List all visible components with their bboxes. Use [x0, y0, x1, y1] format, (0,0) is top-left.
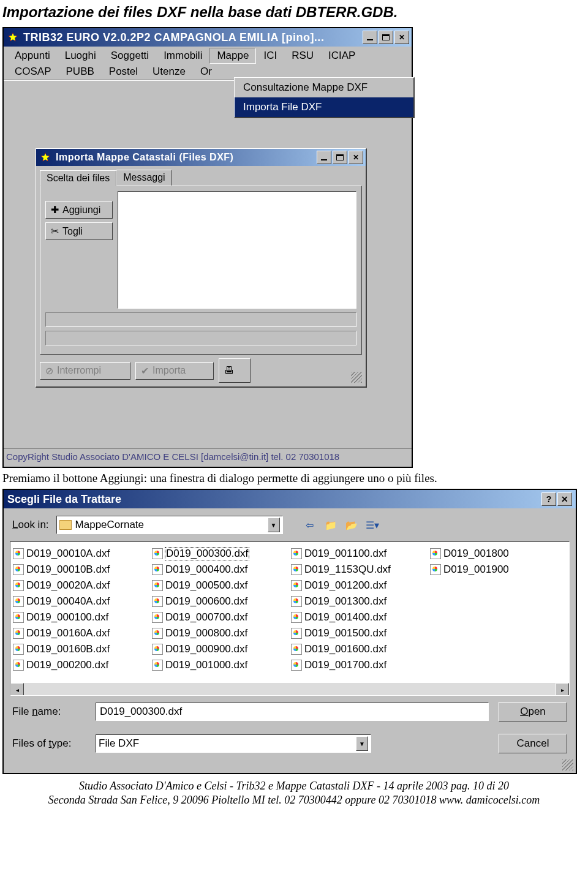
menu-postel[interactable]: Postel	[102, 64, 145, 80]
import-title: Importa Mappe Catastali (Files DXF)	[56, 152, 317, 163]
file-item[interactable]: D019_000100.dxf	[13, 609, 149, 625]
file-item[interactable]	[430, 625, 567, 641]
menu-utenze[interactable]: Utenze	[145, 64, 193, 80]
import-minimize-button[interactable]	[317, 151, 331, 164]
instruction-text: Premiamo il bottone Aggiungi: una finest…	[0, 468, 588, 489]
menu-or[interactable]: Or	[193, 64, 219, 80]
maximize-button[interactable]	[379, 31, 393, 44]
aggiungi-label: Aggiungi	[62, 205, 100, 216]
filetype-combo[interactable]: File DXF ▼	[96, 734, 371, 753]
file-item[interactable]: D019_001700.dxf	[291, 657, 428, 673]
resize-grip[interactable]	[351, 372, 362, 383]
tab-scelta-files[interactable]: Scelta dei files	[40, 170, 116, 186]
file-item[interactable]: D019_000400.dxf	[152, 562, 288, 578]
file-item[interactable]: D019_000900.dxf	[152, 641, 288, 657]
horizontal-scrollbar[interactable]: ◂ ▸	[10, 683, 569, 695]
interrompi-label: Interrompi	[57, 365, 101, 376]
toolbar-icons: ⇦ 📁 📂 ☰▾	[303, 518, 380, 532]
file-item[interactable]	[430, 578, 567, 593]
file-item-label: D019_000200.dxf	[26, 659, 108, 671]
minimize-button[interactable]	[363, 31, 377, 44]
file-item[interactable]: D019_00010A.dxf	[13, 546, 149, 562]
file-item[interactable]: D019_00040A.dxf	[13, 593, 149, 609]
aggiungi-button[interactable]: ✚ Aggiungi	[45, 201, 113, 219]
file-item-label: D019_00160B.dxf	[26, 643, 110, 655]
app-title: TRIB32 EURO V2.0.2P2 CAMPAGNOLA EMILIA […	[23, 31, 363, 44]
file-item[interactable]: D019_00010B.dxf	[13, 562, 149, 578]
file-item-label: D019_001000.dxf	[165, 659, 247, 671]
file-item[interactable]: D019_001100.dxf	[291, 546, 428, 562]
help-button[interactable]: ?	[541, 492, 556, 506]
scroll-left-button[interactable]: ◂	[10, 683, 24, 696]
dxf-file-icon	[13, 596, 24, 607]
file-item[interactable]: D019_000300.dxf	[152, 546, 288, 562]
file-item[interactable]: D019_001800	[430, 546, 567, 562]
app-window: TRIB32 EURO V2.0.2P2 CAMPAGNOLA EMILIA […	[2, 27, 413, 468]
file-item-label: D019_001700.dxf	[304, 659, 386, 671]
file-item[interactable]	[430, 593, 567, 609]
menu-iciap[interactable]: ICIAP	[321, 48, 363, 64]
file-item[interactable]: D019_000700.dxf	[152, 609, 288, 625]
file-item[interactable]: D019_001400.dxf	[291, 609, 428, 625]
file-item[interactable]: D019_00160B.dxf	[13, 641, 149, 657]
filetype-row: Files of type: File DXF ▼ Cancel	[4, 728, 576, 759]
dialog-close-button[interactable]: ✕	[557, 492, 572, 506]
menu-luoghi[interactable]: Luoghi	[58, 48, 104, 64]
import-close-button[interactable]	[349, 151, 363, 164]
dxf-file-icon	[291, 644, 302, 655]
file-item[interactable]: D019_1153QU.dxf	[291, 562, 428, 578]
dxf-file-icon	[291, 580, 302, 591]
file-item[interactable]: D019_000200.dxf	[13, 657, 149, 673]
menu-appunti[interactable]: Appunti	[7, 48, 58, 64]
file-item-label: D019_001200.dxf	[304, 579, 386, 592]
back-icon[interactable]: ⇦	[303, 518, 317, 532]
chevron-down-icon[interactable]: ▼	[268, 518, 280, 532]
dropdown-consultazione[interactable]: Consultazione Mappe DXF	[235, 78, 413, 97]
file-item[interactable]: D019_000800.dxf	[152, 625, 288, 641]
open-button[interactable]: Open	[499, 702, 567, 722]
import-maximize-button[interactable]	[333, 151, 347, 164]
file-item[interactable]	[430, 657, 567, 673]
menu-pubb[interactable]: PUBB	[59, 64, 102, 80]
file-item[interactable]: D019_001900	[430, 562, 567, 578]
print-button[interactable]: 🖶	[219, 358, 251, 383]
filename-input[interactable]: D019_000300.dxf	[96, 703, 489, 721]
togli-button[interactable]: ✂ Togli	[45, 222, 113, 240]
close-button[interactable]	[394, 31, 409, 44]
file-item[interactable]: D019_001000.dxf	[152, 657, 288, 673]
new-folder-icon[interactable]: 📂	[344, 518, 359, 532]
dxf-file-icon	[291, 628, 302, 639]
scroll-right-button[interactable]: ▸	[556, 683, 569, 696]
views-icon[interactable]: ☰▾	[365, 518, 380, 532]
dialog-resize-grip[interactable]	[562, 759, 573, 771]
file-item[interactable]: D019_00160A.dxf	[13, 625, 149, 641]
file-item[interactable]: D019_000500.dxf	[152, 578, 288, 593]
file-list[interactable]: D019_00010A.dxfD019_000300.dxfD019_00110…	[10, 541, 570, 696]
tab-messaggi[interactable]: Messaggi	[116, 170, 172, 186]
menu-rsu[interactable]: RSU	[284, 48, 321, 64]
up-folder-icon[interactable]: 📁	[323, 518, 338, 532]
menu-ici[interactable]: ICI	[256, 48, 284, 64]
file-item[interactable]	[430, 641, 567, 657]
file-item[interactable]	[430, 609, 567, 625]
cancel-button[interactable]: Cancel	[499, 734, 567, 753]
file-item-label: D019_00010B.dxf	[26, 563, 110, 576]
menu-soggetti[interactable]: Soggetti	[104, 48, 156, 64]
dropdown-importa[interactable]: Importa File DXF	[235, 97, 413, 117]
file-item[interactable]: D019_001500.dxf	[291, 625, 428, 641]
menu-immobili[interactable]: Immobili	[156, 48, 209, 64]
menu-cosap[interactable]: COSAP	[7, 64, 59, 80]
importa-button[interactable]: ✔ Importa	[135, 362, 214, 380]
file-item[interactable]: D019_001600.dxf	[291, 641, 428, 657]
menu-mappe[interactable]: Mappe	[209, 48, 256, 64]
lookin-combo[interactable]: MappeCornate ▼	[56, 516, 283, 534]
filetype-chevron-down-icon[interactable]: ▼	[356, 736, 368, 751]
file-item[interactable]: D019_001200.dxf	[291, 578, 428, 593]
file-item[interactable]: D019_00020A.dxf	[13, 578, 149, 593]
interrompi-button[interactable]: ⊘ Interrompi	[40, 362, 130, 380]
file-listbox[interactable]	[118, 191, 356, 309]
file-item[interactable]: D019_001300.dxf	[291, 593, 428, 609]
lookin-label: Look in:	[12, 519, 49, 531]
file-item[interactable]: D019_000600.dxf	[152, 593, 288, 609]
importa-label: Importa	[153, 365, 186, 376]
